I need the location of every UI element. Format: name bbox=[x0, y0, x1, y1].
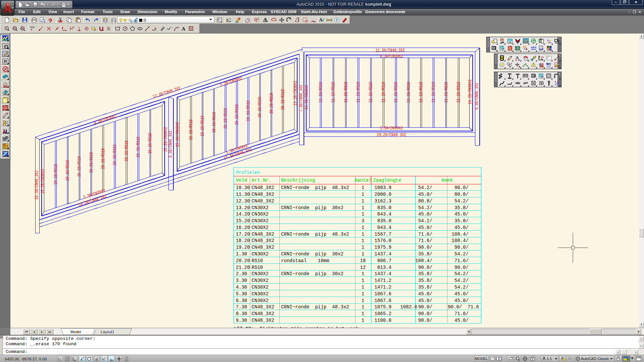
svg-text:12: 12 bbox=[360, 264, 366, 270]
svg-text:20.20/RS10: 20.20/RS10 bbox=[257, 97, 262, 118]
svg-text:843.4: 843.4 bbox=[377, 211, 391, 217]
svg-text:20.20/RS10: 20.20/RS10 bbox=[189, 119, 194, 140]
svg-text:12.30: 12.30 bbox=[236, 198, 250, 204]
svg-text:3: 3 bbox=[362, 218, 364, 224]
svg-text:2.30/CN30X2: 2.30/CN30X2 bbox=[219, 76, 243, 88]
svg-text:1471.2: 1471.2 bbox=[374, 284, 391, 290]
svg-text:21.20/RS10: 21.20/RS10 bbox=[356, 82, 361, 103]
svg-text:Model: Model bbox=[70, 330, 81, 334]
svg-text:45.0/: 45.0/ bbox=[454, 298, 469, 304]
svg-text:11.30/CN48_3X2: 11.30/CN48_3X2 bbox=[376, 48, 405, 53]
svg-text:35.8/: 35.8/ bbox=[418, 284, 432, 290]
svg-text:CN48_3X2: CN48_3X2 bbox=[252, 185, 274, 191]
svg-text:80.8/: 80.8/ bbox=[454, 191, 469, 197]
svg-text:A: A bbox=[516, 55, 519, 60]
svg-text:1867.6: 1867.6 bbox=[374, 298, 391, 304]
svg-text:20.20/RS10: 20.20/RS10 bbox=[269, 93, 274, 114]
svg-text:Layout1: Layout1 bbox=[101, 330, 114, 334]
svg-text:17.20: 17.20 bbox=[236, 231, 250, 237]
svg-text:CN30X2: CN30X2 bbox=[252, 278, 269, 284]
svg-text:21.20/RS10: 21.20/RS10 bbox=[406, 82, 411, 103]
svg-text:CRNI−ronde pijp 30x2: CRNI−ronde pijp 30x2 bbox=[281, 271, 343, 277]
svg-text:35.8/: 35.8/ bbox=[418, 271, 432, 277]
svg-text:RS10: RS10 bbox=[252, 264, 263, 270]
svg-text:45.0/: 45.0/ bbox=[418, 291, 432, 297]
svg-text:5.30/CN30X2: 5.30/CN30X2 bbox=[380, 126, 403, 131]
svg-text:90.0/ 71.6: 90.0/ 71.6 bbox=[448, 304, 479, 310]
svg-text:108.4/: 108.4/ bbox=[415, 258, 432, 264]
svg-text:35.8/: 35.8/ bbox=[454, 205, 469, 211]
svg-text:1.30: 1.30 bbox=[236, 251, 247, 257]
svg-text:45.0/: 45.0/ bbox=[418, 211, 432, 217]
svg-text:45.0/: 45.0/ bbox=[418, 298, 432, 304]
svg-text:A: A bbox=[319, 17, 323, 22]
svg-text:1437.4: 1437.4 bbox=[374, 271, 391, 277]
svg-text:5.30: 5.30 bbox=[236, 291, 247, 297]
svg-text:CRNI−ronde pijp 48.3x2: CRNI−ronde pijp 48.3x2 bbox=[281, 231, 349, 237]
svg-text:45.0/: 45.0/ bbox=[418, 191, 432, 197]
svg-text:RS10: RS10 bbox=[252, 258, 263, 264]
svg-text:4.30/CN30X2: 4.30/CN30X2 bbox=[93, 114, 116, 126]
svg-text:7.30: 7.30 bbox=[236, 304, 247, 310]
svg-text:20.20: 20.20 bbox=[236, 258, 250, 264]
svg-text:16.20/CN30X2: 16.20/CN30X2 bbox=[304, 85, 309, 110]
svg-text:20.20/RS10: 20.20/RS10 bbox=[65, 160, 70, 181]
svg-text:rondstaal 10mm: rondstaal 10mm bbox=[281, 258, 329, 264]
svg-text:835.0: 835.0 bbox=[377, 205, 391, 211]
svg-text:CN48_3X2: CN48_3X2 bbox=[252, 244, 274, 250]
svg-text:?: ? bbox=[509, 47, 511, 51]
svg-text:CN30X2: CN30X2 bbox=[252, 251, 269, 257]
svg-text:ARX: ARX bbox=[531, 46, 537, 49]
svg-text:13.20: 13.20 bbox=[236, 205, 250, 211]
svg-text:CRNI−ronde pijp 48.3x2: CRNI−ronde pijp 48.3x2 bbox=[281, 185, 349, 191]
svg-text:1: 1 bbox=[362, 185, 364, 191]
svg-text:A: A bbox=[539, 62, 541, 66]
svg-text:21.20/RS10: 21.20/RS10 bbox=[419, 82, 424, 103]
svg-text:21.20/RS10: 21.20/RS10 bbox=[318, 82, 323, 103]
svg-text:35.8/: 35.8/ bbox=[418, 251, 432, 257]
svg-text:Veld: Veld bbox=[236, 177, 247, 183]
svg-text:21.20/RS10: 21.20/RS10 bbox=[393, 82, 398, 103]
svg-text:1: 1 bbox=[362, 231, 364, 237]
svg-text:54.2/: 54.2/ bbox=[454, 278, 469, 284]
svg-text:1437.4: 1437.4 bbox=[374, 251, 391, 257]
svg-text:CRNI−ronde pijp 30x2: CRNI−ronde pijp 30x2 bbox=[281, 205, 343, 211]
svg-text:Profielen: Profielen bbox=[236, 170, 260, 176]
svg-text:813.4: 813.4 bbox=[377, 264, 391, 270]
svg-text:1: 1 bbox=[362, 225, 364, 231]
svg-text:45.0/: 45.0/ bbox=[454, 291, 469, 297]
svg-text:1075.9: 1075.9 bbox=[374, 304, 391, 310]
svg-text:35.8/: 35.8/ bbox=[454, 218, 469, 224]
svg-text:20.20/RS10: 20.20/RS10 bbox=[246, 101, 251, 121]
svg-text:71.6/: 71.6/ bbox=[454, 311, 469, 317]
svg-text:10.30/CN48_3X2: 10.30/CN48_3X2 bbox=[34, 171, 39, 200]
svg-text:18.20: 18.20 bbox=[236, 238, 250, 244]
svg-text:20.20/RS10: 20.20/RS10 bbox=[112, 144, 117, 165]
svg-text:21.20/RS10: 21.20/RS10 bbox=[343, 82, 348, 103]
svg-text:INF: INF bbox=[539, 48, 544, 51]
svg-text:8.30/CN48_3X2: 8.30/CN48_3X2 bbox=[168, 131, 173, 158]
svg-text:20.20/RS10: 20.20/RS10 bbox=[200, 116, 205, 136]
svg-text:CN30X2: CN30X2 bbox=[252, 225, 269, 231]
svg-text:54.2/: 54.2/ bbox=[454, 271, 469, 277]
svg-text:54.2/: 54.2/ bbox=[454, 198, 469, 204]
svg-text:71.6/: 71.6/ bbox=[418, 238, 432, 244]
svg-text:843.4: 843.4 bbox=[377, 225, 391, 231]
svg-text:71.6/: 71.6/ bbox=[418, 231, 432, 237]
svg-text:3.30: 3.30 bbox=[236, 278, 247, 284]
svg-text:15.20/CN30X2: 15.20/CN30X2 bbox=[163, 127, 168, 152]
svg-text:20.20/RS10: 20.20/RS10 bbox=[223, 108, 228, 129]
svg-text:6.30/CN30X2: 6.30/CN30X2 bbox=[380, 54, 403, 59]
svg-text:21.20/RS10: 21.20/RS10 bbox=[431, 82, 436, 103]
svg-text:1: 1 bbox=[362, 278, 364, 284]
svg-text:1:1: 1:1 bbox=[547, 357, 552, 361]
svg-text:1: 1 bbox=[362, 317, 364, 323]
svg-text:1567.7: 1567.7 bbox=[374, 231, 391, 237]
svg-text:45.0/: 45.0/ bbox=[454, 225, 469, 231]
svg-text:90.0/: 90.0/ bbox=[418, 264, 432, 270]
svg-text:CN48_3X2: CN48_3X2 bbox=[252, 238, 274, 244]
svg-text:Zaaglengte: Zaaglengte bbox=[373, 177, 401, 183]
svg-text:CN30X2: CN30X2 bbox=[252, 271, 269, 277]
svg-text:21.20/RS10: 21.20/RS10 bbox=[444, 82, 449, 103]
svg-text:CN48_3X2: CN48_3X2 bbox=[252, 198, 274, 204]
